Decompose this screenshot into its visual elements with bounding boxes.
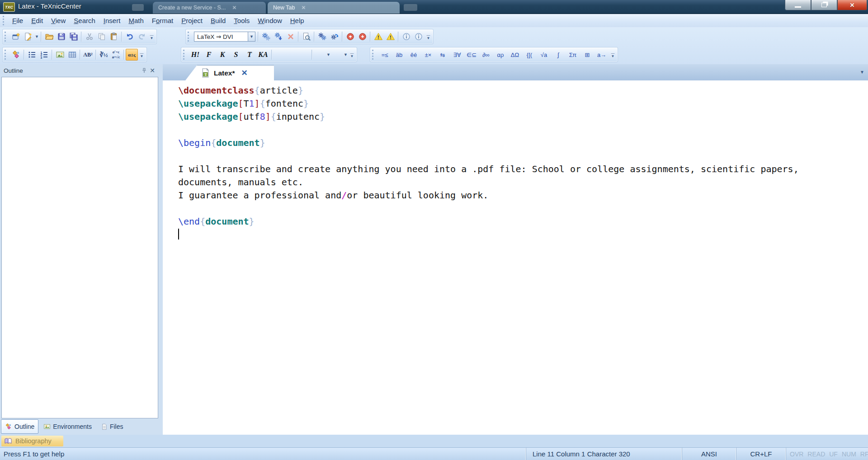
dropdown-arrow-icon[interactable]: ▼ — [34, 31, 39, 42]
redo-icon[interactable] — [136, 31, 148, 42]
menu-item-insert[interactable]: Insert — [99, 15, 125, 26]
prev-info-icon[interactable] — [400, 31, 412, 42]
toolbar-overflow-button[interactable]: —▼ — [349, 49, 355, 61]
new-document-icon[interactable] — [22, 31, 34, 42]
tab-environments[interactable]: Environments — [39, 419, 96, 434]
menu-bar: FileEditViewSearchInsertMathFormatProjec… — [0, 14, 868, 27]
toolbar-overflow-button[interactable]: —▼ — [149, 31, 155, 42]
new-project-icon[interactable] — [10, 31, 22, 42]
tab-close-icon[interactable]: ✕ — [241, 69, 248, 77]
menu-item-help[interactable]: Help — [286, 15, 308, 26]
outline-tree[interactable] — [1, 77, 158, 418]
align-right-icon[interactable] — [298, 49, 310, 61]
view-output-icon[interactable] — [300, 31, 312, 42]
equation-icon[interactable]: σ′=ca=√c — [110, 49, 122, 61]
menu-item-format[interactable]: Format — [148, 15, 178, 26]
copy-icon[interactable] — [95, 31, 108, 42]
stop-build-icon[interactable] — [284, 31, 297, 42]
align-left-icon[interactable] — [274, 49, 286, 61]
code-editor[interactable]: \documentclass{article}\usepackage[T1]{f… — [163, 80, 868, 435]
insert-image-icon[interactable] — [54, 49, 66, 61]
cut-icon[interactable] — [83, 31, 95, 42]
save-all-icon[interactable] — [67, 31, 80, 42]
math-palette-button-2[interactable]: êé — [406, 49, 421, 61]
next-error-icon[interactable] — [356, 31, 368, 42]
insert-table-icon[interactable] — [66, 49, 78, 61]
format-button-s[interactable]: S — [229, 49, 243, 61]
rebuild-icon[interactable] — [328, 31, 340, 42]
toolbar-overflow-button[interactable]: —▼ — [425, 31, 431, 42]
next-warning-icon[interactable] — [384, 31, 396, 42]
enumerate-icon[interactable]: 123 — [38, 49, 50, 61]
encoding-indicator: ANSI — [682, 448, 736, 460]
math-toolbar-toggle[interactable]: α±ς — [126, 49, 138, 61]
save-icon[interactable] — [55, 31, 67, 42]
math-palette-button-8[interactable]: αρ — [493, 49, 508, 61]
menu-item-search[interactable]: Search — [70, 15, 99, 26]
menu-item-edit[interactable]: Edit — [27, 15, 47, 26]
math-palette-button-6[interactable]: ∈⊆ — [464, 49, 479, 61]
math-palette-button-7[interactable]: ∂∞ — [479, 49, 493, 61]
paste-icon[interactable] — [108, 31, 120, 42]
tab-bibliography[interactable]: Bibliography — [1, 436, 63, 446]
format-button-ka[interactable]: KA — [256, 49, 270, 61]
math-palette-button-13[interactable]: Σπ — [566, 49, 580, 61]
minimize-button[interactable] — [785, 0, 811, 10]
toolbar-overflow-button[interactable]: —▼ — [610, 49, 616, 61]
toolbar-grip — [3, 16, 6, 25]
outline-panel: Outline ✕ Outline Environments Files — [0, 64, 160, 435]
toolbar-separator — [298, 32, 299, 42]
math-palette-button-10[interactable]: {[( — [522, 49, 537, 61]
open-icon[interactable] — [43, 31, 55, 42]
undo-icon[interactable] — [123, 31, 136, 42]
math-palette-button-11[interactable]: √a — [537, 49, 551, 61]
format-button-k[interactable]: K — [216, 49, 229, 61]
menu-item-view[interactable]: View — [47, 15, 70, 26]
tab-list-dropdown-icon[interactable]: ▼ — [860, 70, 864, 75]
build-output-icon[interactable] — [272, 31, 284, 42]
output-profile-value[interactable]: LaTeX ⇒ DVI — [194, 32, 248, 42]
fraction-icon[interactable]: ∛½ — [98, 49, 110, 61]
build-icon[interactable] — [260, 31, 272, 42]
chevron-down-icon[interactable]: ▼ — [248, 32, 255, 42]
prev-error-icon[interactable] — [344, 31, 356, 42]
tab-files[interactable]: Files — [97, 419, 127, 434]
menu-item-window[interactable]: Window — [254, 15, 286, 26]
menu-item-math[interactable]: Math — [124, 15, 147, 26]
menu-item-file[interactable]: File — [8, 15, 27, 26]
close-button[interactable]: ✕ — [837, 0, 867, 10]
math-palette-button-15[interactable]: a→ — [594, 49, 609, 61]
menu-item-project[interactable]: Project — [177, 15, 207, 26]
superscript-icon[interactable]: AB² — [82, 49, 94, 61]
build-all-icon[interactable] — [316, 31, 328, 42]
align-center-icon[interactable] — [286, 49, 298, 61]
math-palette-button-14[interactable]: ⊞ — [580, 49, 594, 61]
math-palette-button-0[interactable]: =≤ — [377, 49, 392, 61]
math-palette-button-1[interactable]: äb — [392, 49, 406, 61]
math-palette-button-12[interactable]: ∫ — [551, 49, 566, 61]
format-button-t[interactable]: T — [243, 49, 256, 61]
format-button-f[interactable]: F — [202, 49, 216, 61]
font-color-icon[interactable] — [331, 49, 343, 61]
prev-warning-icon[interactable] — [372, 31, 384, 42]
math-palette-button-5[interactable]: ∃∀ — [450, 49, 464, 61]
restore-button[interactable] — [811, 0, 837, 10]
document-tab[interactable]: T Latex* ✕ — [185, 65, 274, 80]
tab-outline[interactable]: Outline — [1, 419, 38, 434]
highlight-color-icon[interactable] — [314, 49, 326, 61]
format-button-h[interactable]: H! — [189, 49, 202, 61]
itemize-icon[interactable] — [26, 49, 38, 61]
math-palette-button-4[interactable]: ⇆ — [435, 49, 450, 61]
output-profile-combo[interactable]: LaTeX ⇒ DVI ▼ — [194, 32, 255, 42]
pin-icon[interactable] — [140, 66, 148, 75]
chevron-down-icon[interactable]: ▼ — [343, 49, 348, 61]
close-icon[interactable]: ✕ — [148, 66, 156, 75]
chevron-down-icon[interactable]: ▼ — [326, 49, 331, 61]
menu-item-tools[interactable]: Tools — [230, 15, 254, 26]
toolbar-overflow-button[interactable]: —▼ — [139, 49, 145, 61]
math-palette-button-9[interactable]: ΔΩ — [508, 49, 522, 61]
math-palette-button-3[interactable]: ±× — [421, 49, 435, 61]
next-info-icon[interactable] — [412, 31, 425, 42]
menu-item-build[interactable]: Build — [207, 15, 230, 26]
insert-label-icon[interactable] — [10, 49, 22, 61]
